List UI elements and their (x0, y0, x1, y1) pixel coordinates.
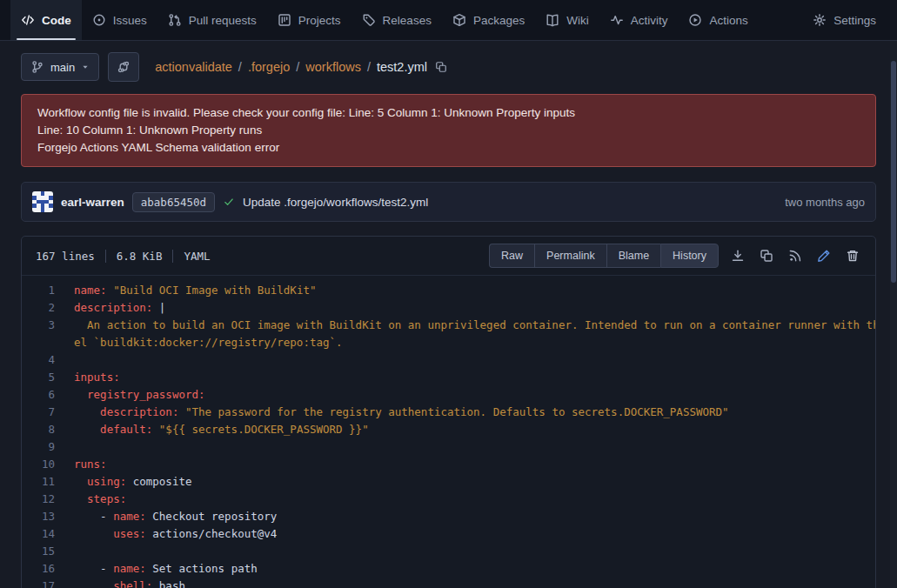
permalink-button[interactable]: Permalink (534, 244, 606, 268)
commit-author-link[interactable]: earl-warren (61, 196, 124, 209)
download-button[interactable] (729, 247, 746, 264)
divider (172, 250, 173, 263)
delete-file-button[interactable] (844, 247, 861, 264)
edit-file-button[interactable] (815, 247, 833, 264)
line-number[interactable]: 8 (22, 421, 74, 438)
code-line: 8 default: "${{ secrets.DOCKER_PASSWORD … (22, 421, 875, 438)
code-line: 12 steps: (22, 491, 875, 508)
compare-button[interactable] (108, 52, 139, 82)
raw-button[interactable]: Raw (489, 244, 534, 268)
code-line-content: uses: actions/checkout@v4 (74, 525, 875, 543)
file-icon-actions (729, 247, 867, 264)
branch-selector[interactable]: main (21, 53, 99, 81)
git-branch-icon (30, 60, 44, 74)
line-number[interactable]: 15 (22, 543, 74, 560)
repo-nav: Code Issues Pull requests Projects Relea… (0, 0, 897, 41)
history-button[interactable]: History (660, 244, 719, 268)
line-number[interactable]: 16 (22, 560, 74, 578)
repo-file-page: Code Issues Pull requests Projects Relea… (0, 0, 897, 588)
issue-opened-icon (92, 13, 106, 27)
line-number[interactable]: 14 (22, 525, 74, 543)
line-number[interactable]: 10 (22, 456, 74, 473)
code-line: 16 - name: Set actions path (22, 560, 875, 578)
rss-icon (788, 249, 802, 263)
line-number[interactable]: 3 (22, 317, 74, 334)
tab-label: Code (42, 14, 71, 27)
commit-message-link[interactable]: Update .forgejo/workflows/test2.yml (243, 196, 428, 209)
tab-wiki[interactable]: Wiki (535, 0, 599, 40)
tab-pull-requests[interactable]: Pull requests (157, 0, 267, 40)
code-line: 14 uses: actions/checkout@v4 (22, 525, 875, 543)
line-number[interactable]: 12 (22, 491, 74, 508)
scrollbar-thumb[interactable] (891, 61, 896, 283)
tab-actions[interactable]: Actions (678, 0, 758, 40)
line-number[interactable]: 9 (22, 438, 74, 456)
error-line: Line: 10 Column 1: Unknown Property runs (37, 122, 860, 139)
breadcrumb: actionvalidate / .forgejo / workflows / … (155, 60, 447, 74)
tab-code[interactable]: Code (10, 0, 82, 40)
commit-status-check-icon[interactable] (223, 196, 235, 208)
code-line: 15 (22, 543, 875, 560)
line-number[interactable]: 13 (22, 508, 74, 525)
line-number[interactable]: 6 (22, 386, 74, 404)
caret-down-icon (81, 63, 90, 71)
code-line: 6 registry_password: (22, 386, 875, 404)
code-line: 13 - name: Checkout repository (22, 508, 875, 525)
line-number[interactable]: 17 (22, 578, 74, 588)
line-number[interactable]: 2 (22, 299, 74, 317)
tab-label: Packages (473, 14, 525, 27)
error-banner: Workflow config file is invalid. Please … (21, 94, 876, 167)
copy-icon (435, 61, 447, 73)
code-line-content: An action to build an OCI image with Bui… (74, 317, 875, 334)
line-number[interactable]: 1 (22, 282, 74, 299)
tab-settings[interactable]: Settings (802, 0, 887, 40)
copy-path-button[interactable] (435, 61, 447, 73)
tab-label: Projects (298, 14, 341, 27)
file-toolbar: main actionvalidate / .forgejo / workflo… (0, 41, 897, 91)
breadcrumb-repo-link[interactable]: actionvalidate (155, 60, 232, 74)
breadcrumb-dir-link[interactable]: .forgejo (248, 60, 290, 74)
commit-sha-badge[interactable]: abab65450d (132, 192, 215, 212)
line-number[interactable]: 7 (22, 404, 74, 421)
file-lines-count: 167 lines (36, 250, 95, 263)
tab-label: Activity (631, 14, 668, 27)
code-line-content: steps: (74, 491, 875, 508)
page-scrollbar[interactable] (890, 0, 897, 588)
code-line-content: - name: Set actions path (74, 560, 875, 578)
avatar[interactable] (32, 191, 53, 212)
code-line-content: - name: Checkout repository (74, 508, 875, 525)
file-view: 167 lines 6.8 KiB YAML Raw Permalink Bla… (21, 236, 876, 588)
code-line-content: inputs: (74, 369, 875, 386)
code-line: 17 shell: bash (22, 578, 875, 588)
tab-packages[interactable]: Packages (442, 0, 535, 40)
tab-issues[interactable]: Issues (82, 0, 157, 40)
tab-releases[interactable]: Releases (351, 0, 442, 40)
edit-pencil-icon (817, 249, 831, 263)
book-icon (546, 13, 559, 27)
line-number[interactable] (22, 334, 74, 351)
tab-activity[interactable]: Activity (599, 0, 679, 40)
line-number[interactable]: 5 (22, 369, 74, 386)
code-lines: 1name: "Build OCI Image with BuildKit"2d… (22, 276, 875, 588)
code-line: 10runs: (22, 456, 875, 473)
line-number[interactable]: 11 (22, 473, 74, 491)
code-line: 3 An action to build an OCI image with B… (22, 317, 875, 334)
tab-projects[interactable]: Projects (267, 0, 351, 40)
file-header: 167 lines 6.8 KiB YAML Raw Permalink Bla… (22, 237, 875, 276)
play-circle-icon (688, 13, 702, 27)
error-line: Workflow config file is invalid. Please … (37, 104, 860, 122)
copy-content-button[interactable] (758, 247, 775, 264)
tab-label: Releases (383, 14, 432, 27)
file-language: YAML (184, 250, 210, 263)
line-number[interactable]: 4 (22, 351, 74, 369)
blame-button[interactable]: Blame (606, 244, 660, 268)
code-line-content: el `buildkit:docker://registry/repo:tag`… (74, 334, 875, 351)
breadcrumb-separator: / (296, 60, 299, 74)
rss-feed-button[interactable] (787, 247, 804, 264)
code-line: 9 (22, 438, 875, 456)
code-line: 5inputs: (22, 369, 875, 386)
code-line: el `buildkit:docker://registry/repo:tag`… (22, 334, 875, 351)
breadcrumb-dir-link[interactable]: workflows (305, 60, 361, 74)
code-line: 4 (22, 351, 875, 369)
code-line-content (74, 438, 875, 456)
